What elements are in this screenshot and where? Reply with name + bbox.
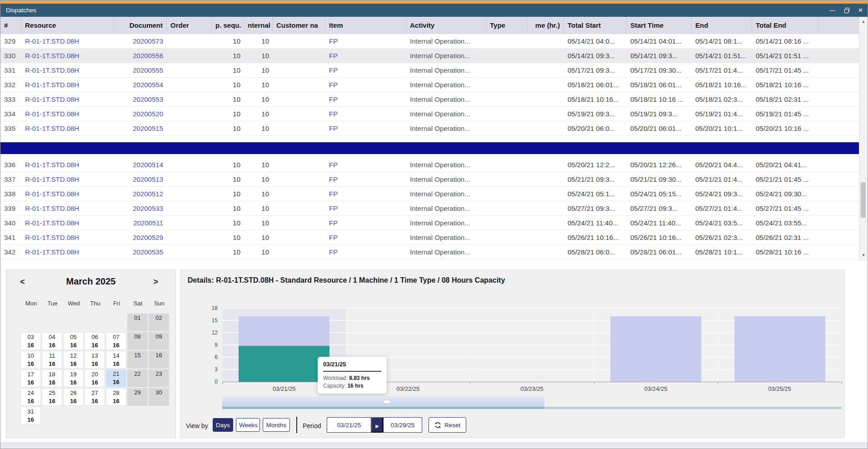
item-link[interactable]: FP: [325, 187, 406, 201]
calendar-day-14[interactable]: 1416: [106, 351, 126, 369]
table-row-340[interactable]: 340R-01-1T.STD.08H202005111010FPInternal…: [0, 216, 859, 230]
resource-link[interactable]: R-01-1T.STD.08H: [21, 230, 114, 244]
document-link[interactable]: 20200529: [114, 230, 167, 244]
table-row-337[interactable]: 337R-01-1T.STD.08H202005131010FPInternal…: [0, 172, 859, 187]
resource-link[interactable]: R-01-1T.STD.08H: [21, 158, 114, 172]
item-link[interactable]: FP: [325, 107, 406, 121]
item-link[interactable]: FP: [325, 216, 406, 230]
table-row-336[interactable]: 336R-01-1T.STD.08H202005141010FPInternal…: [0, 158, 859, 172]
table-row-331[interactable]: 331R-01-1T.STD.08H202005551010FPInternal…: [0, 63, 859, 78]
calendar-next-button[interactable]: >: [153, 277, 158, 287]
column-header-time_hr[interactable]: me (hr.): [528, 17, 564, 34]
column-header-total_end[interactable]: Total End: [752, 17, 818, 34]
column-header-order[interactable]: Order: [167, 17, 212, 34]
minimize-icon[interactable]: ―: [829, 7, 835, 13]
calendar-day-26[interactable]: 2616: [63, 388, 84, 406]
calendar-day-31[interactable]: 3116: [20, 407, 41, 424]
item-link[interactable]: FP: [325, 92, 406, 106]
resource-link[interactable]: R-01-1T.STD.08H: [21, 216, 114, 230]
calendar-day-27[interactable]: 2716: [85, 388, 105, 406]
chart-range-brush[interactable]: [222, 396, 842, 409]
table-row-330[interactable]: 330R-01-1T.STD.08H202005561010FPInternal…: [0, 49, 859, 63]
resource-link[interactable]: R-01-1T.STD.08H: [21, 78, 114, 92]
calendar-day-21[interactable]: 2116: [106, 369, 126, 387]
document-link[interactable]: 20200512: [114, 187, 167, 201]
capacity-bar-4[interactable]: [734, 316, 825, 382]
document-link[interactable]: 20200535: [114, 245, 167, 259]
column-header-op_sequ[interactable]: p. sequ.: [212, 17, 244, 34]
period-end-button[interactable]: 03/29/25: [383, 417, 422, 433]
calendar-day-24[interactable]: 2416: [20, 388, 41, 406]
column-header-num[interactable]: #: [0, 17, 21, 34]
calendar-day-09[interactable]: 09: [149, 332, 169, 350]
table-row-338[interactable]: 338R-01-1T.STD.08H202005121010FPInternal…: [0, 187, 859, 201]
calendar-day-15[interactable]: 15: [127, 351, 148, 369]
resource-link[interactable]: R-01-1T.STD.08H: [21, 187, 114, 201]
calendar-day-03[interactable]: 0316: [20, 332, 41, 350]
capacity-bar-3[interactable]: [610, 316, 701, 382]
calendar-day-10[interactable]: 1016: [20, 351, 41, 369]
resource-link[interactable]: R-01-1T.STD.08H: [21, 121, 114, 135]
item-link[interactable]: FP: [325, 49, 406, 63]
calendar-day-08[interactable]: 08: [127, 332, 148, 350]
item-link[interactable]: FP: [325, 245, 406, 259]
current-date-divider-row[interactable]: [0, 142, 859, 154]
column-header-end[interactable]: End: [692, 17, 752, 34]
column-header-internal[interactable]: nternal: [244, 17, 273, 34]
table-row-341[interactable]: 341R-01-1T.STD.08H202005291010FPInternal…: [0, 230, 859, 245]
calendar-day-19[interactable]: 1916: [63, 369, 84, 387]
document-link[interactable]: 20200554: [114, 78, 167, 92]
table-row-334[interactable]: 334R-01-1T.STD.08H202005201010FPInternal…: [0, 107, 859, 121]
calendar-day-30[interactable]: 30: [149, 388, 169, 406]
column-header-activity[interactable]: Activity: [406, 17, 486, 34]
document-link[interactable]: 20200513: [114, 172, 167, 186]
resource-link[interactable]: R-01-1T.STD.08H: [21, 63, 114, 77]
calendar-day-28[interactable]: 2816: [106, 388, 126, 406]
calendar-day-17[interactable]: 1716: [20, 369, 41, 387]
table-row-333[interactable]: 333R-01-1T.STD.08H202005531010FPInternal…: [0, 92, 859, 107]
brush-handle[interactable]: [383, 400, 390, 403]
calendar-day-11[interactable]: 1116: [42, 351, 62, 369]
column-header-resource[interactable]: Resource: [21, 17, 114, 34]
calendar-day-22[interactable]: 22: [127, 369, 148, 387]
item-link[interactable]: FP: [325, 172, 406, 186]
calendar-day-13[interactable]: 1316: [85, 351, 105, 369]
document-link[interactable]: 20200553: [114, 92, 167, 106]
view-by-months-button[interactable]: Months: [263, 418, 290, 432]
view-by-days-button[interactable]: Days: [213, 418, 233, 432]
resource-link[interactable]: R-01-1T.STD.08H: [21, 34, 114, 48]
vertical-scrollbar[interactable]: ▲ ▼: [859, 17, 868, 261]
column-header-document[interactable]: Document: [114, 17, 167, 34]
document-link[interactable]: 20200520: [114, 107, 167, 121]
period-start-button[interactable]: 03/21/25: [327, 417, 371, 433]
calendar-prev-button[interactable]: <: [20, 277, 25, 287]
period-next-button[interactable]: ▶: [371, 417, 383, 433]
calendar-day-23[interactable]: 23: [149, 369, 169, 387]
restore-icon[interactable]: [844, 7, 849, 13]
column-header-customer[interactable]: Customer na: [273, 17, 325, 34]
calendar-day-16[interactable]: 16: [149, 351, 169, 369]
item-link[interactable]: FP: [325, 201, 406, 215]
document-link[interactable]: 20200515: [114, 121, 167, 135]
document-link[interactable]: 20200511: [114, 216, 167, 230]
item-link[interactable]: FP: [325, 230, 406, 244]
resource-link[interactable]: R-01-1T.STD.08H: [21, 49, 114, 63]
document-link[interactable]: 20200573: [114, 34, 167, 48]
resource-link[interactable]: R-01-1T.STD.08H: [21, 201, 114, 215]
calendar-day-20[interactable]: 2016: [85, 369, 105, 387]
calendar-day-06[interactable]: 0616: [85, 332, 105, 350]
calendar-day-01[interactable]: 01: [127, 314, 148, 331]
scroll-up-icon[interactable]: ▲: [859, 20, 868, 24]
reset-button[interactable]: Reset: [429, 417, 466, 433]
resource-link[interactable]: R-01-1T.STD.08H: [21, 172, 114, 186]
calendar-day-04[interactable]: 0416: [42, 332, 62, 350]
calendar-day-29[interactable]: 29: [127, 388, 148, 406]
document-link[interactable]: 20200555: [114, 63, 167, 77]
document-link[interactable]: 20200533: [114, 201, 167, 215]
table-row-332[interactable]: 332R-01-1T.STD.08H202005541010FPInternal…: [0, 78, 859, 92]
column-header-start_time[interactable]: Start Time: [627, 17, 692, 34]
document-link[interactable]: 20200514: [114, 158, 167, 172]
workload-bar-0[interactable]: [239, 346, 329, 382]
item-link[interactable]: FP: [325, 34, 406, 48]
calendar-day-02[interactable]: 02: [149, 314, 169, 331]
